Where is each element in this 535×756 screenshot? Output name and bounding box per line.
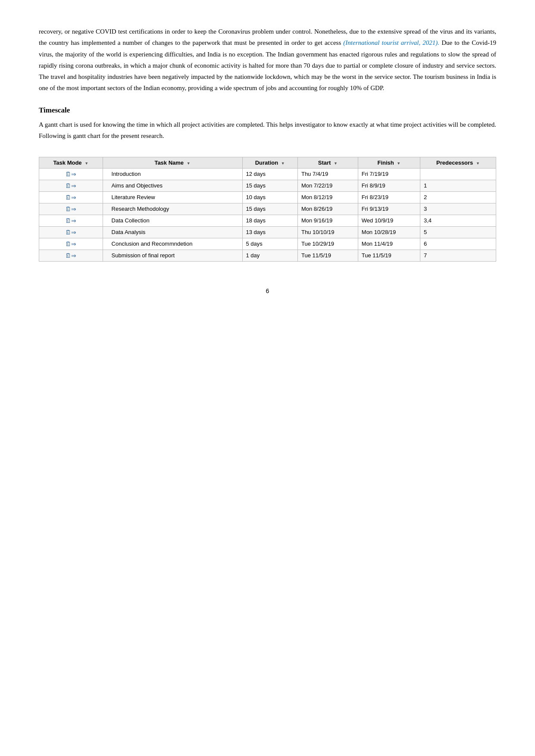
start-cell: Tue 11/5/19 <box>297 250 358 262</box>
predecessors-cell: 5 <box>420 227 496 238</box>
table-row: 🗓⇒Introduction12 daysThu 7/4/19Fri 7/19/… <box>39 169 496 180</box>
task-mode-cell: 🗓⇒ <box>39 238 103 250</box>
table-row: 🗓⇒Submission of final report1 dayTue 11/… <box>39 250 496 262</box>
task-name-cell: Literature Review <box>103 192 242 203</box>
duration-cell: 15 days <box>242 180 297 192</box>
table-row: 🗓⇒Aims and Objectives15 daysMon 7/22/19F… <box>39 180 496 192</box>
duration-cell: 18 days <box>242 215 297 227</box>
start-cell: Mon 8/12/19 <box>297 192 358 203</box>
start-cell: Mon 7/22/19 <box>297 180 358 192</box>
predecessors-cell: 7 <box>420 250 496 262</box>
page-number: 6 <box>39 287 496 294</box>
duration-cell: 13 days <box>242 227 297 238</box>
task-mode-icon: 🗓⇒ <box>65 206 76 212</box>
finish-cell: Wed 10/9/19 <box>358 215 420 227</box>
task-name-cell: Data Collection <box>103 215 242 227</box>
task-name-cell: Conclusion and Recommndetion <box>103 238 242 250</box>
table-row: 🗓⇒Research Methodology15 daysMon 8/26/19… <box>39 203 496 215</box>
table-row: 🗓⇒Data Collection18 daysMon 9/16/19Wed 1… <box>39 215 496 227</box>
finish-cell: Mon 11/4/19 <box>358 238 420 250</box>
col-header-duration[interactable]: Duration ▼ <box>242 157 297 169</box>
finish-cell: Mon 10/28/19 <box>358 227 420 238</box>
col-header-task-name[interactable]: Task Name ▼ <box>103 157 242 169</box>
start-cell: Thu 10/10/19 <box>297 227 358 238</box>
predecessors-cell: 6 <box>420 238 496 250</box>
body-paragraph-1: recovery, or negative COVID test certifi… <box>39 26 496 94</box>
table-row: 🗓⇒Literature Review10 daysMon 8/12/19Fri… <box>39 192 496 203</box>
finish-cell: Tue 11/5/19 <box>358 250 420 262</box>
task-name-cell: Data Analysis <box>103 227 242 238</box>
table-row: 🗓⇒Conclusion and Recommndetion5 daysTue … <box>39 238 496 250</box>
task-mode-icon: 🗓⇒ <box>65 171 76 178</box>
task-mode-cell: 🗓⇒ <box>39 227 103 238</box>
task-mode-icon: 🗓⇒ <box>65 252 76 259</box>
finish-cell: Fri 9/13/19 <box>358 203 420 215</box>
section-heading-timescale: Timescale <box>39 106 496 115</box>
start-cell: Thu 7/4/19 <box>297 169 358 180</box>
predecessors-cell <box>420 169 496 180</box>
col-header-task-mode[interactable]: Task Mode ▼ <box>39 157 103 169</box>
predecessors-cell: 1 <box>420 180 496 192</box>
task-name-cell: Aims and Objectives <box>103 180 242 192</box>
col-header-start[interactable]: Start ▼ <box>297 157 358 169</box>
finish-cell: Fri 8/23/19 <box>358 192 420 203</box>
predecessors-cell: 3,4 <box>420 215 496 227</box>
table-row: 🗓⇒Data Analysis13 daysThu 10/10/19Mon 10… <box>39 227 496 238</box>
task-mode-cell: 🗓⇒ <box>39 203 103 215</box>
task-mode-cell: 🗓⇒ <box>39 180 103 192</box>
task-mode-icon: 🗓⇒ <box>65 229 76 236</box>
duration-cell: 12 days <box>242 169 297 180</box>
finish-cell: Fri 7/19/19 <box>358 169 420 180</box>
task-name-cell: Introduction <box>103 169 242 180</box>
predecessors-sort-icon[interactable]: ▼ <box>476 161 480 166</box>
section-intro-paragraph: A gantt chart is used for knowing the ti… <box>39 119 496 142</box>
task-mode-icon: 🗓⇒ <box>65 241 76 247</box>
col-header-finish[interactable]: Finish ▼ <box>358 157 420 169</box>
finish-cell: Fri 8/9/19 <box>358 180 420 192</box>
start-cell: Tue 10/29/19 <box>297 238 358 250</box>
duration-sort-icon[interactable]: ▼ <box>281 161 285 166</box>
gantt-chart-wrapper: Task Mode ▼ Task Name ▼ Duration ▼ Start… <box>39 157 496 262</box>
task-name-cell: Submission of final report <box>103 250 242 262</box>
col-header-predecessors[interactable]: Predecessors ▼ <box>420 157 496 169</box>
predecessors-cell: 3 <box>420 203 496 215</box>
gantt-header-row: Task Mode ▼ Task Name ▼ Duration ▼ Start… <box>39 157 496 169</box>
task-name-sort-icon[interactable]: ▼ <box>187 161 191 166</box>
gantt-table: Task Mode ▼ Task Name ▼ Duration ▼ Start… <box>39 157 496 262</box>
task-mode-icon: 🗓⇒ <box>65 182 76 189</box>
duration-cell: 1 day <box>242 250 297 262</box>
task-mode-cell: 🗓⇒ <box>39 169 103 180</box>
task-name-cell: Research Methodology <box>103 203 242 215</box>
duration-cell: 15 days <box>242 203 297 215</box>
task-mode-sort-icon[interactable]: ▼ <box>84 161 88 166</box>
start-cell: Mon 8/26/19 <box>297 203 358 215</box>
duration-cell: 10 days <box>242 192 297 203</box>
duration-cell: 5 days <box>242 238 297 250</box>
start-sort-icon[interactable]: ▼ <box>334 161 338 166</box>
task-mode-icon: 🗓⇒ <box>65 194 76 201</box>
finish-sort-icon[interactable]: ▼ <box>397 161 400 166</box>
predecessors-cell: 2 <box>420 192 496 203</box>
task-mode-icon: 🗓⇒ <box>65 217 76 224</box>
task-mode-cell: 🗓⇒ <box>39 215 103 227</box>
citation: (International tourist arrival, 2021). <box>343 39 439 46</box>
body-text-after-citation: Due to the Covid-19 virus, the majority … <box>39 39 496 91</box>
start-cell: Mon 9/16/19 <box>297 215 358 227</box>
task-mode-cell: 🗓⇒ <box>39 250 103 262</box>
task-mode-cell: 🗓⇒ <box>39 192 103 203</box>
